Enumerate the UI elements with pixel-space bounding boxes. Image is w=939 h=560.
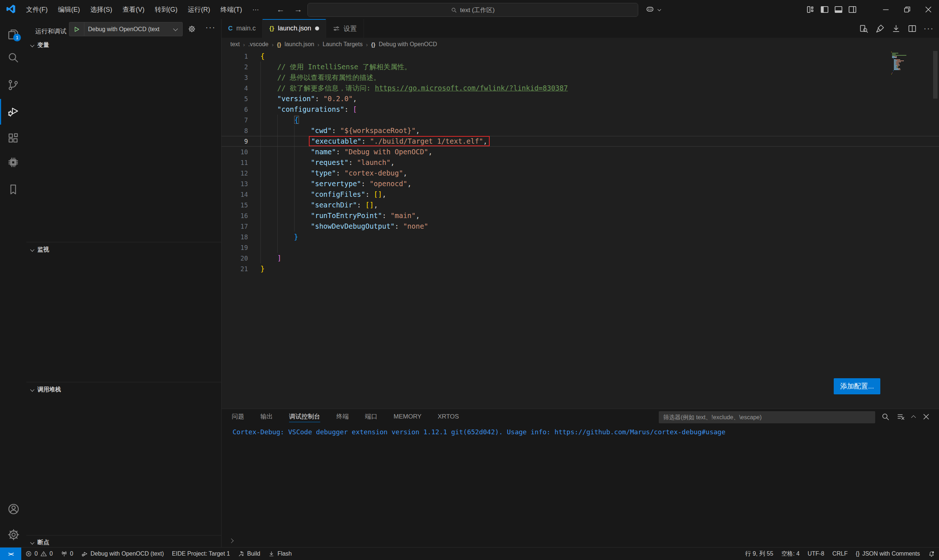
toggle-panel-icon[interactable] (833, 5, 843, 15)
menu-file[interactable]: 文件(F) (21, 3, 53, 16)
search-view-icon[interactable] (7, 51, 19, 64)
panel-tab-output[interactable]: 输出 (261, 409, 273, 425)
code-line-7[interactable]: 7{ (222, 115, 939, 125)
menu-selection[interactable]: 选择(S) (85, 3, 117, 16)
eol-status[interactable]: CRLF (828, 548, 852, 560)
clean-icon[interactable] (875, 24, 885, 33)
build-button[interactable]: Build (234, 548, 264, 560)
panel-tab-memory[interactable]: MEMORY (393, 409, 421, 425)
nav-back-icon[interactable]: ← (272, 5, 289, 14)
section-breakpoints[interactable]: 断点 (26, 537, 221, 548)
menu-terminal[interactable]: 终端(T) (215, 3, 247, 16)
more-actions-icon[interactable]: ··· (205, 23, 216, 32)
more-actions-icon[interactable]: ··· (924, 24, 934, 33)
start-debug-button[interactable] (69, 22, 84, 36)
language-mode-status[interactable]: {} JSON with Comments (852, 548, 924, 560)
maximize-panel-icon[interactable] (911, 415, 916, 420)
close-window-button[interactable] (918, 0, 939, 19)
add-configuration-button[interactable]: 添加配置... (834, 378, 880, 394)
unsaved-dot-icon[interactable] (315, 26, 319, 31)
code-line-20[interactable]: 20] (222, 253, 939, 263)
problems-status[interactable]: 0 0 (21, 548, 57, 560)
toggle-sidebar-icon[interactable] (819, 5, 830, 15)
command-center-search[interactable]: text (工作区) (307, 3, 638, 17)
debug-target-status[interactable]: Debug with OpenOCD (text) (77, 548, 168, 560)
menu-goto[interactable]: 转到(G) (150, 3, 183, 16)
run-debug-icon[interactable] (7, 105, 19, 117)
panel-tab-problems[interactable]: 问题 (232, 409, 244, 425)
close-panel-icon[interactable] (922, 412, 931, 421)
code-editor[interactable]: 1{2// 使用 IntelliSense 了解相关属性。3// 悬停以查看现有… (222, 51, 939, 409)
menu-run[interactable]: 运行(R) (183, 3, 215, 16)
code-line-6[interactable]: 6"configurations": [ (222, 104, 939, 115)
bookmarks-icon[interactable] (7, 183, 19, 196)
flash-download-icon[interactable] (891, 24, 901, 33)
code-line-1[interactable]: 1{ (222, 51, 939, 62)
restore-button[interactable] (896, 0, 918, 19)
code-line-8[interactable]: 8"cwd": "${workspaceRoot}", (222, 125, 939, 136)
code-line-19[interactable]: 19 (222, 242, 939, 253)
copilot-menu[interactable] (645, 4, 661, 14)
code-line-14[interactable]: 14"configFiles": [], (222, 189, 939, 200)
tab-main-c[interactable]: C main.c (222, 19, 263, 38)
breadcrumb-node[interactable]: Launch Targets (323, 41, 363, 48)
customize-layout-icon[interactable] (805, 5, 816, 15)
editor-scrollbar[interactable] (933, 51, 937, 98)
indentation-status[interactable]: 空格: 4 (777, 548, 804, 560)
code-line-13[interactable]: 13"servertype": "openocd", (222, 178, 939, 189)
debug-config-dropdown[interactable]: Debug with OpenOCD (text (69, 22, 183, 36)
tab-launch-json[interactable]: {} launch.json (263, 19, 326, 38)
account-icon[interactable] (7, 503, 19, 515)
code-line-15[interactable]: 15"searchDir": [], (222, 200, 939, 210)
nav-forward-icon[interactable]: → (290, 5, 307, 14)
debug-settings-gear-icon[interactable] (188, 25, 196, 33)
source-control-icon[interactable] (7, 79, 19, 91)
code-line-2[interactable]: 2// 使用 IntelliSense 了解相关属性。 (222, 62, 939, 72)
section-variables[interactable]: 变量 (26, 40, 221, 51)
code-line-4[interactable]: 4// 欲了解更多信息，请访问: https://go.microsoft.co… (222, 83, 939, 94)
section-watch[interactable]: 监视 (26, 244, 221, 255)
panel-tab-ports[interactable]: 端口 (365, 409, 378, 425)
remote-indicator[interactable]: >< (0, 548, 21, 560)
eide-chip-icon[interactable] (7, 156, 19, 169)
settings-gear-icon[interactable] (7, 528, 19, 541)
tab-settings[interactable]: 设置 (326, 19, 364, 38)
console-filter-input[interactable] (659, 411, 875, 423)
code-line-17[interactable]: 17"showDevDebugOutput": "none" (222, 221, 939, 232)
minimap[interactable] (891, 52, 918, 75)
panel-tab-xrtos[interactable]: XRTOS (438, 409, 459, 425)
cursor-position-status[interactable]: 行 9, 列 55 (741, 548, 777, 560)
breadcrumb-folder[interactable]: .vscode (248, 41, 268, 48)
breadcrumb-root[interactable]: text (230, 41, 240, 48)
extensions-icon[interactable] (7, 132, 19, 145)
eide-project-status[interactable]: EIDE Project: Target 1 (168, 548, 234, 560)
panel-tab-debug-console[interactable]: 调试控制台 (289, 409, 320, 425)
code-line-9[interactable]: 9"executable": "./build/Target 1/text.el… (222, 136, 939, 146)
flash-button[interactable]: Flash (264, 548, 296, 560)
split-editor-icon[interactable] (907, 24, 917, 33)
toggle-secondary-sidebar-icon[interactable] (847, 5, 857, 15)
section-call-stack[interactable]: 调用堆栈 (26, 384, 221, 395)
code-line-3[interactable]: 3// 悬停以查看现有属性的描述。 (222, 72, 939, 83)
minimize-button[interactable] (875, 0, 896, 19)
code-line-11[interactable]: 11"request": "launch", (222, 157, 939, 168)
clear-console-icon[interactable] (896, 412, 905, 421)
code-line-16[interactable]: 16"runToEntryPoint": "main", (222, 210, 939, 221)
code-line-5[interactable]: 5"version": "0.2.0", (222, 94, 939, 104)
filter-search-icon[interactable] (881, 412, 890, 421)
code-line-10[interactable]: 10"name": "Debug with OpenOCD", (222, 146, 939, 157)
code-line-18[interactable]: 18} (222, 232, 939, 242)
notifications-bell[interactable] (924, 548, 939, 560)
breadcrumb-file[interactable]: launch.json (285, 41, 315, 48)
menu-edit[interactable]: 编辑(E) (53, 3, 85, 16)
serial-monitor-status[interactable]: 0 (57, 548, 77, 560)
inspect-icon[interactable] (859, 24, 868, 33)
menu-overflow[interactable]: ··· (247, 3, 264, 16)
code-line-21[interactable]: 21} (222, 263, 939, 274)
menu-view[interactable]: 查看(V) (117, 3, 150, 16)
breadcrumb-leaf[interactable]: Debug with OpenOCD (379, 41, 437, 48)
encoding-status[interactable]: UTF-8 (804, 548, 828, 560)
debug-console-input[interactable] (230, 537, 233, 544)
panel-tab-terminal[interactable]: 终端 (336, 409, 349, 425)
code-line-12[interactable]: 12"type": "cortex-debug", (222, 168, 939, 178)
